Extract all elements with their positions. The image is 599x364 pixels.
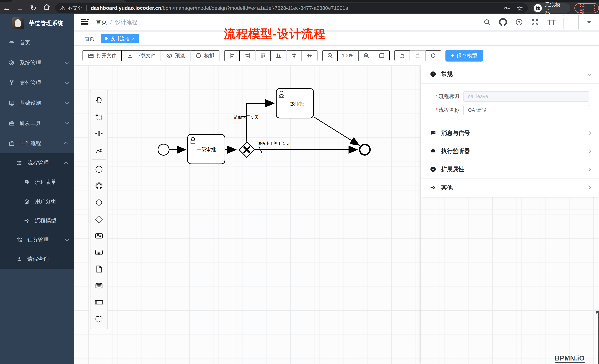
sidebar-item-home[interactable]: 首页 xyxy=(0,33,74,53)
browser-menu-icon[interactable] xyxy=(594,5,595,11)
align-center-horizontal-button[interactable] xyxy=(286,50,302,61)
create-intermediate-event-icon[interactable] xyxy=(90,178,107,194)
create-user-task-icon[interactable] xyxy=(90,228,107,244)
align-top-button[interactable] xyxy=(255,50,271,61)
bpmn-diagram[interactable]: 一级审批 二级审批 xyxy=(74,65,388,169)
section-execution-listeners[interactable]: 执行监听器 xyxy=(421,142,599,160)
section-extended-properties[interactable]: 扩展属性 xyxy=(421,160,599,178)
close-tab-icon[interactable]: × xyxy=(132,36,135,41)
restart-button[interactable] xyxy=(425,50,441,61)
create-end-event-icon[interactable] xyxy=(90,194,107,211)
designer-toolbar: 打开文件 下载文件 预览 模拟 xyxy=(74,46,599,65)
redo-button[interactable] xyxy=(410,50,425,61)
home-icon[interactable] xyxy=(40,3,53,13)
sidebar-item-user-group[interactable]: 用户分组 xyxy=(0,192,74,211)
sidebar-item-process-form[interactable]: 流程表单 xyxy=(0,173,74,192)
password-key-icon[interactable] xyxy=(504,5,510,11)
sidebar-item-devtools[interactable]: 研发工具 xyxy=(0,113,74,133)
sidebar-item-task-mgmt[interactable]: 任务管理 xyxy=(0,230,74,249)
process-key-label: *流程标识 xyxy=(421,93,463,100)
reload-icon[interactable]: ↻ xyxy=(27,3,40,13)
sidebar-item-payment[interactable]: ¥ 支付管理 xyxy=(0,73,74,93)
create-group-icon[interactable] xyxy=(90,311,107,327)
breadcrumb-current: 设计流程 xyxy=(115,18,137,26)
chevron-down-icon xyxy=(65,80,69,84)
search-icon[interactable] xyxy=(483,18,491,26)
github-icon[interactable] xyxy=(499,18,507,26)
bookmark-star-icon[interactable]: ☆ xyxy=(517,4,523,12)
breadcrumb-home[interactable]: 首页 xyxy=(96,18,107,26)
zoom-out-button[interactable] xyxy=(322,50,338,61)
chevron-right-icon xyxy=(587,149,591,153)
help-icon[interactable]: ? xyxy=(515,18,523,26)
align-left-button[interactable] xyxy=(224,50,240,61)
person-icon xyxy=(16,256,23,262)
page-header: 首页 / 设计流程 ? TT xyxy=(74,14,599,30)
section-messages-signals[interactable]: 消息与信号 xyxy=(421,124,599,142)
header-divider xyxy=(74,30,599,32)
tab-home[interactable]: 首页 xyxy=(81,34,98,43)
tree-list-icon xyxy=(16,160,23,166)
incognito-label: 无痕模式 xyxy=(545,1,565,15)
task-level2-approve[interactable]: 二级审批 xyxy=(276,88,314,118)
app-title: 芋道管理系统 xyxy=(29,19,63,27)
create-gateway-icon[interactable] xyxy=(90,211,107,228)
create-data-store-icon[interactable] xyxy=(90,277,107,294)
end-event[interactable] xyxy=(360,144,370,155)
align-bottom-button[interactable] xyxy=(271,50,286,61)
flow-task2-to-end[interactable] xyxy=(314,117,359,145)
process-name-input[interactable] xyxy=(463,105,589,115)
site-security: 不安全 xyxy=(60,5,82,11)
bell-icon xyxy=(430,148,436,154)
browser-active-tab[interactable] xyxy=(11,0,126,2)
preview-button[interactable]: 预览 xyxy=(161,50,190,61)
fullscreen-icon[interactable] xyxy=(531,18,539,26)
avatar-dropdown-icon[interactable] xyxy=(587,21,592,24)
align-center-vertical-button[interactable] xyxy=(302,50,317,61)
message-icon xyxy=(430,130,436,136)
font-size-icon[interactable]: TT xyxy=(547,18,555,26)
create-data-object-icon[interactable] xyxy=(90,261,107,277)
process-key-input[interactable] xyxy=(463,91,589,102)
align-right-button[interactable] xyxy=(240,50,255,61)
zoom-level-display: 100% xyxy=(338,50,359,61)
user-avatar[interactable] xyxy=(564,15,579,29)
chevron-right-icon xyxy=(587,186,591,189)
simulate-button[interactable]: 模拟 xyxy=(190,50,220,61)
create-subprocess-icon[interactable] xyxy=(90,244,107,261)
fit-viewport-button[interactable] xyxy=(374,50,390,61)
create-participant-icon[interactable] xyxy=(90,294,107,311)
browser-update-button[interactable]: 更新 xyxy=(574,3,599,13)
address-bar[interactable]: 不安全 dashboard.yudao.iocoder.cn/bpm/manag… xyxy=(55,3,528,13)
section-other[interactable]: 其他 xyxy=(421,178,599,197)
tab-design-process[interactable]: 设计流程 × xyxy=(101,34,139,43)
download-file-button[interactable]: 下载文件 xyxy=(122,50,161,61)
incognito-icon xyxy=(534,4,542,12)
sidebar-item-infra[interactable]: 基础设施 xyxy=(0,93,74,113)
bpmn-io-watermark[interactable]: BPMN.iO xyxy=(555,355,585,363)
app-logo[interactable]: 芋道管理系统 xyxy=(0,14,74,33)
sidebar-item-system[interactable]: 系统管理 xyxy=(0,53,74,73)
undo-button[interactable] xyxy=(394,50,410,61)
svg-text:一级审批: 一级审批 xyxy=(197,147,216,152)
properties-panel: i 常规 *流程标识 *流程名称 xyxy=(421,65,599,364)
sidebar-item-process-mgmt[interactable]: 流程管理 xyxy=(0,153,74,173)
url-text: dashboard.yudao.iocoder.cn/bpm/manager/m… xyxy=(91,5,500,11)
task-level1-approve[interactable]: 一级审批 xyxy=(188,134,225,164)
back-icon[interactable]: ← xyxy=(0,3,13,13)
start-event[interactable] xyxy=(158,144,169,155)
hamburger-icon[interactable] xyxy=(81,18,89,26)
section-general[interactable]: i 常规 xyxy=(421,65,599,84)
flow-gateway-to-task2[interactable] xyxy=(247,103,273,142)
open-file-button[interactable]: 打开文件 xyxy=(82,50,122,61)
sidebar-item-process-model[interactable]: 流程模型 xyxy=(0,211,74,230)
plus-circle-icon xyxy=(430,166,436,173)
forward-icon[interactable]: → xyxy=(13,3,27,13)
sidebar-item-workflow[interactable]: 工作流程 xyxy=(0,133,74,153)
exclusive-gateway[interactable] xyxy=(239,142,254,157)
flow-label-gt3[interactable]: 请假大于 3 天 xyxy=(234,115,259,119)
flow-label-lte1[interactable]: 请假小于等于 1 天 xyxy=(257,141,290,146)
sidebar-item-leave-query[interactable]: 请假查询 xyxy=(0,249,74,269)
save-model-button[interactable]: +保存模型 xyxy=(445,50,483,61)
zoom-in-button[interactable] xyxy=(359,50,374,61)
